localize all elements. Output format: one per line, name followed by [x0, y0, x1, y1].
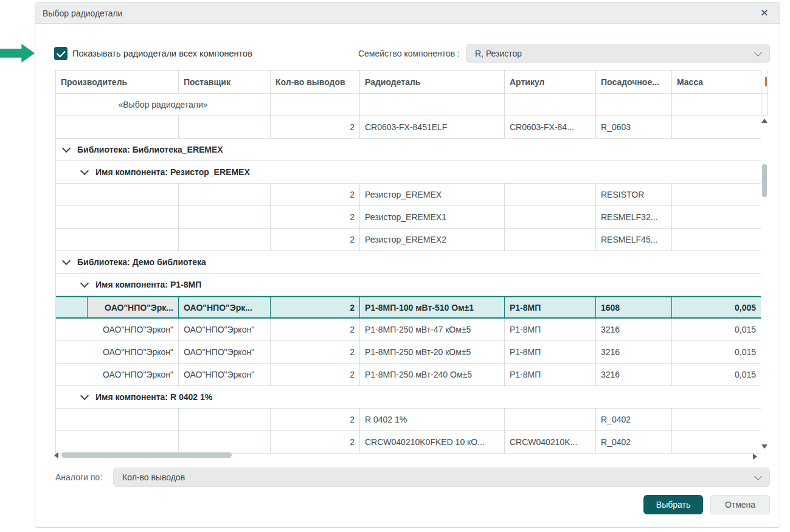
- table-cell[interactable]: [672, 431, 761, 453]
- table-cell[interactable]: CR0603-FX-8451ELF: [360, 116, 505, 138]
- table-cell[interactable]: ОАО"НПО"Эрк...: [88, 297, 179, 317]
- table-cell[interactable]: ОАО"НПО"Эрк...: [179, 297, 271, 317]
- table-cell[interactable]: R_0402: [596, 409, 672, 430]
- table-cell[interactable]: 0,005: [672, 297, 761, 317]
- table-cell[interactable]: [56, 206, 179, 228]
- table-cell[interactable]: [672, 206, 761, 228]
- vertical-scrollbar-thumb[interactable]: [762, 164, 767, 197]
- scroll-down-icon[interactable]: [761, 444, 767, 449]
- table-cell[interactable]: [672, 409, 761, 430]
- group-row[interactable]: Имя компонента: Р1-8МП: [56, 274, 761, 296]
- table-cell[interactable]: [179, 206, 271, 228]
- table-row[interactable]: 2CRCW040210K0FKED 10 кО...CRCW040210K...…: [56, 431, 761, 454]
- column-header[interactable]: Артикул: [505, 71, 596, 93]
- table-cell[interactable]: [505, 229, 596, 250]
- table-cell[interactable]: [672, 184, 761, 206]
- table-cell[interactable]: 2: [271, 364, 360, 385]
- table-cell[interactable]: Р1-8МП-250 мВт-240 Ом±5: [360, 364, 505, 385]
- table-cell[interactable]: ОАО"НПО"Эркон": [179, 341, 271, 363]
- table-cell[interactable]: [505, 206, 596, 228]
- table-row[interactable]: 2CR0603-FX-8451ELFCR0603-FX-84...R_0603: [56, 116, 761, 139]
- table-cell[interactable]: [179, 409, 271, 430]
- table-cell[interactable]: RESMELF45...: [596, 229, 672, 250]
- table-cell[interactable]: [672, 94, 761, 116]
- close-icon[interactable]: ✕: [757, 7, 772, 19]
- table-cell[interactable]: CRCW040210K...: [505, 431, 596, 453]
- table-row[interactable]: «Выбор радиодетали»: [56, 94, 761, 116]
- chevron-down-icon[interactable]: [62, 144, 71, 153]
- show-all-components-label[interactable]: Показывать радиодетали всех компонентов: [72, 49, 252, 58]
- table-cell[interactable]: [56, 409, 179, 430]
- table-cell[interactable]: 2: [271, 297, 360, 317]
- table-cell[interactable]: RESISTOR: [596, 184, 672, 206]
- chevron-down-icon[interactable]: [62, 257, 71, 265]
- table-row[interactable]: ОАО"НПО"Эркон"ОАО"НПО"Эркон"2Р1-8МП-250 …: [56, 364, 761, 386]
- table-cell[interactable]: [179, 229, 271, 250]
- table-cell[interactable]: Р1-8МП-250 мВт-20 кОм±5: [360, 341, 505, 363]
- table-cell[interactable]: ОАО"НПО"Эркон": [179, 319, 271, 340]
- group-row[interactable]: Библиотека: Библиотека_EREMEX: [56, 139, 761, 161]
- table-cell[interactable]: [56, 116, 179, 138]
- scroll-left-icon[interactable]: [54, 452, 58, 458]
- table-cell[interactable]: 2: [271, 431, 360, 453]
- scroll-right-icon[interactable]: [753, 454, 757, 460]
- table-cell[interactable]: [179, 184, 271, 206]
- table-cell[interactable]: 2: [271, 229, 360, 250]
- column-header[interactable]: Масса: [672, 71, 761, 93]
- table-row[interactable]: 2Резистор_EREMEX2RESMELF45...: [56, 229, 761, 251]
- column-header[interactable]: Производитель: [56, 71, 179, 93]
- table-cell[interactable]: CR0603-FX-84...: [505, 116, 596, 138]
- column-header[interactable]: Кол-во выводов: [271, 71, 360, 93]
- group-row[interactable]: Имя компонента: R 0402 1%: [56, 386, 761, 409]
- group-row[interactable]: Библиотека: Демо библиотека: [56, 251, 761, 274]
- column-header[interactable]: Поставщик: [179, 71, 271, 93]
- table-cell[interactable]: ОАО"НПО"Эркон": [179, 364, 271, 385]
- selected-row[interactable]: ОАО"НПО"Эрк...ОАО"НПО"Эрк...2Р1-8МП-100 …: [56, 296, 761, 319]
- table-cell[interactable]: [56, 431, 179, 453]
- select-button[interactable]: Выбрать: [643, 495, 703, 514]
- table-row[interactable]: ОАО"НПО"Эркон"ОАО"НПО"Эркон"2Р1-8МП-250 …: [56, 319, 761, 341]
- table-cell[interactable]: [56, 229, 179, 250]
- table-cell[interactable]: Р1-8МП: [505, 297, 596, 317]
- table-cell[interactable]: [179, 116, 271, 138]
- table-cell[interactable]: Р1-8МП-100 мВт-510 Ом±1: [360, 297, 505, 317]
- chevron-down-icon[interactable]: [80, 279, 89, 288]
- merged-cell[interactable]: «Выбор радиодетали»: [56, 94, 271, 116]
- table-cell[interactable]: Р1-8МП: [505, 319, 596, 340]
- table-cell[interactable]: 0,015: [672, 319, 761, 340]
- table-cell[interactable]: [672, 229, 761, 250]
- table-cell[interactable]: Резистор_EREMEX1: [360, 206, 505, 228]
- table-cell[interactable]: [672, 116, 761, 138]
- table-row[interactable]: 2Резистор_EREMEXRESISTOR: [56, 184, 761, 206]
- table-cell[interactable]: 3216: [596, 319, 672, 340]
- table-cell[interactable]: [360, 94, 505, 116]
- column-header[interactable]: Радиодеталь: [360, 71, 505, 93]
- table-cell[interactable]: R_0402: [596, 431, 672, 453]
- table-row[interactable]: ОАО"НПО"Эркон"ОАО"НПО"Эркон"2Р1-8МП-250 …: [56, 341, 761, 364]
- table-cell[interactable]: 2: [271, 409, 360, 430]
- chevron-down-icon[interactable]: [80, 392, 89, 400]
- table-cell[interactable]: RESMELF32...: [596, 206, 672, 228]
- column-header[interactable]: Посадочное...: [596, 71, 672, 93]
- table-cell[interactable]: 3216: [596, 364, 672, 385]
- table-row[interactable]: 2Резистор_EREMEX1RESMELF32...: [56, 206, 761, 229]
- table-cell[interactable]: 2: [271, 184, 360, 206]
- table-cell[interactable]: 3216: [596, 341, 672, 363]
- row-selection-indicator[interactable]: [56, 297, 88, 317]
- table-cell[interactable]: 2: [271, 319, 360, 340]
- table-cell[interactable]: ОАО"НПО"Эркон": [56, 364, 179, 385]
- table-cell[interactable]: 0,015: [672, 364, 761, 385]
- table-cell[interactable]: [505, 94, 596, 116]
- table-cell[interactable]: 0,015: [672, 341, 761, 363]
- show-all-components-checkbox[interactable]: [54, 47, 68, 60]
- table-cell[interactable]: [271, 94, 360, 116]
- table-cell[interactable]: Р1-8МП: [505, 364, 596, 385]
- cancel-button[interactable]: Отмена: [710, 495, 770, 514]
- component-family-select[interactable]: R, Резистор: [466, 44, 770, 63]
- scroll-up-icon[interactable]: [761, 119, 767, 123]
- table-cell[interactable]: Р1-8МП-250 мВт-47 кОм±5: [360, 319, 505, 340]
- analogs-by-select[interactable]: Кол-во выводов: [113, 468, 770, 487]
- table-cell[interactable]: [56, 184, 179, 206]
- table-cell[interactable]: R_0603: [596, 116, 672, 138]
- table-cell[interactable]: [179, 431, 271, 453]
